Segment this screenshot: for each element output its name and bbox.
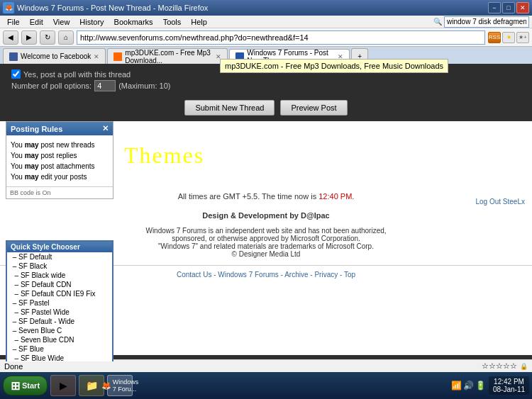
posting-rules-title: Posting Rules — [11, 125, 62, 133]
style-sf-default-wide[interactable]: – SF Default - Wide — [7, 317, 112, 326]
copyright: © Designer Media Ltd — [121, 250, 411, 258]
tooltip-text: mp3DUKE.com - Free Mp3 Downloads, Free M… — [225, 62, 443, 70]
window-title: Windows 7 Forums - Post New Thread - Moz… — [17, 4, 208, 12]
poll-number-input[interactable] — [94, 80, 116, 91]
forward-button[interactable]: ▶ — [21, 30, 37, 45]
submit-button[interactable]: Submit New Thread — [184, 100, 275, 116]
tab-facebook-close[interactable]: ✕ — [94, 53, 99, 60]
timezone-text: All times are GMT +5.5. The time now is — [178, 192, 317, 201]
buttons-area: Submit New Thread Preview Post — [0, 94, 532, 121]
style-sf-black[interactable]: – SF Black — [7, 262, 112, 271]
address-input[interactable] — [77, 30, 485, 45]
menu-file[interactable]: File — [3, 17, 24, 27]
disclaimer-3: "Windows 7" and related materials are tr… — [121, 242, 411, 250]
mp3duke-favicon — [113, 52, 122, 61]
rss-icon[interactable]: RSS — [488, 32, 501, 43]
tab-tooltip: mp3DUKE.com - Free Mp3 Downloads, Free M… — [220, 59, 448, 73]
start-label: Start — [22, 381, 40, 390]
logout-link[interactable]: Log Out SteeLx — [476, 198, 526, 206]
menu-view[interactable]: View — [49, 17, 74, 27]
bookmark-add-icon[interactable]: ★+ — [516, 32, 529, 43]
poll-checkbox-label: Yes, post a poll with this thread — [23, 70, 131, 79]
maximize-button[interactable]: □ — [502, 2, 515, 13]
posting-rules-panel: Posting Rules ✕ You may post new threads… — [6, 121, 113, 199]
style-sf-blue-wide[interactable]: – SF Blue Wide — [7, 354, 112, 361]
rule-4: You may edit your posts — [11, 172, 109, 182]
style-sf-blue[interactable]: – SF Blue — [7, 344, 112, 354]
preview-button[interactable]: Preview Post — [280, 100, 347, 116]
style-sf-default-cdn-ie9[interactable]: – SF Default CDN IE9 Fix — [7, 289, 112, 298]
poll-number-label: Number of poll options: — [11, 82, 92, 90]
disclaimer-2: sponsored, or otherwise approved by Micr… — [121, 235, 411, 242]
style-seven-blue-c[interactable]: – Seven Blue C — [7, 326, 112, 335]
progress-stars: ☆☆☆☆☆ — [482, 361, 517, 371]
rule-1: You may post new threads — [11, 140, 109, 150]
taskbar: ⊞ Start ▶ 📁 🦊 Windows 7 Foru... 📶 🔊 🔋 12… — [0, 372, 532, 399]
menu-help[interactable]: Help — [187, 17, 211, 27]
minimize-button[interactable]: − — [488, 2, 501, 13]
style-sf-pastel[interactable]: – SF Pastel — [7, 298, 112, 308]
taskbar-firefox-label: Windows 7 Foru... — [113, 378, 139, 393]
taskbar-right: 📶 🔊 🔋 12:42 PM 08-Jan-11 — [451, 376, 529, 395]
facebook-favicon — [9, 52, 18, 61]
system-tray: 📶 🔊 🔋 — [451, 381, 486, 390]
search-box[interactable] — [444, 16, 529, 28]
taskbar-explorer[interactable]: 📁 — [79, 375, 104, 396]
home-button[interactable]: ⌂ — [58, 30, 74, 45]
content-body: Posting Rules ✕ You may post new threads… — [0, 121, 532, 355]
style-chooser-list[interactable]: – SF Default – SF Black – SF Black wide … — [7, 252, 112, 361]
taskbar-media-player[interactable]: ▶ — [50, 375, 76, 396]
menu-bookmarks[interactable]: Bookmarks — [110, 17, 157, 27]
tab-facebook-label: Welcome to Facebook — [21, 52, 91, 60]
style-chooser-header: Quick Style Chooser — [7, 242, 112, 252]
start-button[interactable]: ⊞ Start — [3, 376, 48, 395]
bb-code-label: BB code is On — [10, 189, 51, 196]
tab-mp3duke[interactable]: mp3DUKE.com - Free Mp3 Download... ✕ — [107, 48, 228, 64]
design-label: Design & Development by D@Ipac — [121, 211, 411, 220]
style-chooser-title: Quick Style Chooser — [11, 243, 80, 251]
style-seven-blue-cdn[interactable]: – Seven Blue CDN — [7, 335, 112, 344]
poll-max-info: (Maximum: 10) — [118, 82, 170, 90]
style-sf-black-wide[interactable]: – SF Black wide — [7, 271, 112, 280]
close-button[interactable]: ✕ — [516, 2, 529, 13]
poll-checkbox[interactable] — [11, 69, 21, 79]
security-icon: 🔒 — [520, 363, 528, 370]
posting-rules-close[interactable]: ✕ — [102, 124, 109, 133]
bookmark-star-icon[interactable]: ★ — [502, 32, 515, 43]
tray-icon-1[interactable]: 📶 — [451, 381, 462, 390]
firefox-icon: 🦊 — [3, 2, 14, 13]
status-text: Done — [4, 362, 23, 371]
style-sf-default-cdn[interactable]: – SF Default CDN — [7, 280, 112, 289]
clock[interactable]: 12:42 PM 08-Jan-11 — [489, 376, 529, 395]
windows-logo: ⊞ — [11, 379, 20, 393]
style-chooser: Quick Style Chooser – SF Default – SF Bl… — [6, 240, 113, 361]
clock-time: 12:42 PM — [493, 378, 525, 386]
current-time: 12:40 PM — [318, 192, 352, 201]
clock-date: 08-Jan-11 — [493, 386, 525, 393]
rule-2: You may post replies — [11, 150, 109, 161]
back-button[interactable]: ◀ — [3, 30, 18, 45]
rule-3: You may post attachments — [11, 161, 109, 172]
taskbar-firefox[interactable]: 🦊 Windows 7 Foru... — [107, 375, 133, 396]
address-bar: ◀ ▶ ↻ ⌂ RSS ★ ★+ — [0, 28, 532, 47]
menu-edit[interactable]: Edit — [26, 17, 48, 27]
title-bar: 🦊 Windows 7 Forums - Post New Thread - M… — [0, 0, 532, 16]
style-sf-pastel-wide[interactable]: – SF Pastel Wide — [7, 308, 112, 317]
themes-text: Themes — [124, 142, 204, 169]
style-sf-default[interactable]: – SF Default — [7, 252, 112, 262]
menu-tools[interactable]: Tools — [159, 17, 186, 27]
menu-history[interactable]: History — [75, 17, 108, 27]
tray-icon-power[interactable]: 🔋 — [475, 381, 486, 390]
refresh-button[interactable]: ↻ — [40, 30, 55, 45]
tab-facebook[interactable]: Welcome to Facebook ✕ — [3, 48, 106, 64]
menu-bar: File Edit View History Bookmarks Tools H… — [0, 16, 532, 28]
tray-icon-2[interactable]: 🔊 — [463, 381, 474, 390]
disclaimer-1: Windows 7 Forums is an independent web s… — [121, 227, 411, 235]
status-progress: ☆☆☆☆☆ 🔒 — [482, 361, 528, 371]
tab-mp3duke-label: mp3DUKE.com - Free Mp3 Download... — [125, 49, 213, 64]
